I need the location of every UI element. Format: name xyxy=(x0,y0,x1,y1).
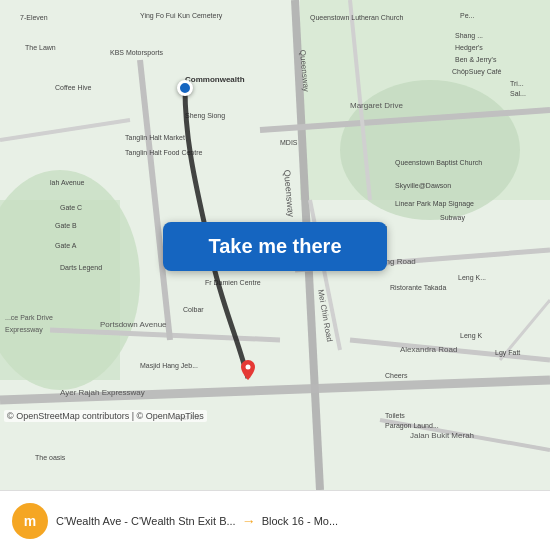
svg-text:Expressway: Expressway xyxy=(5,326,43,334)
arrow-icon: → xyxy=(242,513,256,529)
svg-text:Leng K...: Leng K... xyxy=(458,274,486,282)
svg-text:Paragon Laund...: Paragon Laund... xyxy=(385,422,439,430)
bottom-bar: m C'Wealth Ave - C'Wealth Stn Exit B... … xyxy=(0,490,550,550)
svg-text:Subway: Subway xyxy=(440,214,465,222)
svg-text:Linear Park Map Signage: Linear Park Map Signage xyxy=(395,200,474,208)
svg-text:Leng K: Leng K xyxy=(460,332,483,340)
svg-text:Colbar: Colbar xyxy=(183,306,204,313)
svg-text:Sal...: Sal... xyxy=(510,90,526,97)
svg-text:Skyville@Dawson: Skyville@Dawson xyxy=(395,182,451,190)
svg-text:Cheers: Cheers xyxy=(385,372,408,379)
moovit-logo: m xyxy=(12,503,48,539)
svg-text:Tanglin Halt Market: Tanglin Halt Market xyxy=(125,134,185,142)
svg-text:Ayer Rajah Expressway: Ayer Rajah Expressway xyxy=(60,388,145,397)
svg-text:Lgy Fatt: Lgy Fatt xyxy=(495,349,520,357)
svg-text:Pe...: Pe... xyxy=(460,12,474,19)
svg-text:The oasis: The oasis xyxy=(35,454,66,461)
svg-text:Alexandra Road: Alexandra Road xyxy=(400,345,457,354)
svg-text:7-Eleven: 7-Eleven xyxy=(20,14,48,21)
svg-text:Queenstown Lutheran Church: Queenstown Lutheran Church xyxy=(310,14,403,22)
route-info: C'Wealth Ave - C'Wealth Stn Exit B... → … xyxy=(56,513,538,529)
svg-text:Queenstown Baptist Church: Queenstown Baptist Church xyxy=(395,159,482,167)
svg-text:Portsdown Avenue: Portsdown Avenue xyxy=(100,320,167,329)
app: Queensway Queensway Margaret Drive Stirl… xyxy=(0,0,550,550)
svg-text:Jalan Bukit Merah: Jalan Bukit Merah xyxy=(410,431,474,440)
origin-marker xyxy=(177,80,193,96)
svg-text:Ristorante Takada: Ristorante Takada xyxy=(390,284,446,291)
svg-point-69 xyxy=(246,365,251,370)
svg-text:Margaret Drive: Margaret Drive xyxy=(350,101,403,110)
svg-text:Gate A: Gate A xyxy=(55,242,77,249)
svg-text:KBS Motorsports: KBS Motorsports xyxy=(110,49,163,57)
svg-text:Commonwealth: Commonwealth xyxy=(185,75,245,84)
svg-text:Fr Damien Centre: Fr Damien Centre xyxy=(205,279,261,286)
svg-text:Tri...: Tri... xyxy=(510,80,524,87)
map-attribution: © OpenStreetMap contributors | © OpenMap… xyxy=(4,410,207,422)
moovit-logo-text: m xyxy=(24,513,36,529)
destination-stop-text: Block 16 - Mo... xyxy=(262,515,338,527)
origin-stop-text: C'Wealth Ave - C'Wealth Stn Exit B... xyxy=(56,515,236,527)
destination-marker xyxy=(236,358,260,382)
svg-text:Gate C: Gate C xyxy=(60,204,82,211)
svg-text:ChöpSuey Café: ChöpSuey Café xyxy=(452,68,502,76)
svg-text:Toilets: Toilets xyxy=(385,412,405,419)
svg-text:Hedger's: Hedger's xyxy=(455,44,483,52)
svg-text:lah Avenue: lah Avenue xyxy=(50,179,85,186)
map-container: Queensway Queensway Margaret Drive Stirl… xyxy=(0,0,550,490)
svg-text:Ying Fo Fui Kun Cemetery: Ying Fo Fui Kun Cemetery xyxy=(140,12,223,20)
svg-text:Gate B: Gate B xyxy=(55,222,77,229)
svg-text:Shang ...: Shang ... xyxy=(455,32,483,40)
svg-text:...ce Park Drive: ...ce Park Drive xyxy=(5,314,53,321)
take-me-there-button[interactable]: Take me there xyxy=(163,222,387,271)
svg-text:Sheng Siong: Sheng Siong xyxy=(185,112,225,120)
svg-text:Masjid Hang Jeb...: Masjid Hang Jeb... xyxy=(140,362,198,370)
svg-text:The Lawn: The Lawn xyxy=(25,44,56,51)
svg-text:MDIS: MDIS xyxy=(280,139,298,146)
svg-text:Ben & Jerry's: Ben & Jerry's xyxy=(455,56,497,64)
svg-text:Darts Legend: Darts Legend xyxy=(60,264,102,272)
svg-text:Coffee Hive: Coffee Hive xyxy=(55,84,92,91)
